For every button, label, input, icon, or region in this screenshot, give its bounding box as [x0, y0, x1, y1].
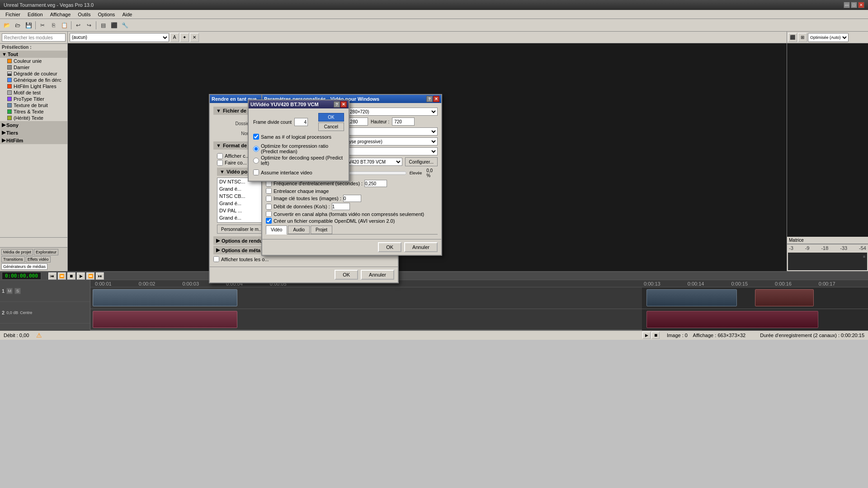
frame-divide-input[interactable] [294, 118, 308, 126]
params-dialog-buttons: ? ✕ [426, 96, 439, 102]
utvideo-content: Frame divide count OK Cancel Same as # o… [249, 108, 349, 181]
item-label: Grand é... [219, 186, 241, 192]
optimize-decode-row: Optimize for decoding speed (Predict lef… [253, 155, 344, 166]
faire-label: Faire co... [225, 160, 247, 166]
afficher-all-row: Afficher toutes les o... [213, 256, 394, 262]
optimize-decode-label: Optimize for decoding speed (Predict lef… [261, 155, 344, 166]
optimize-compress-label: Optimize for compression ratio (Predict … [261, 143, 344, 154]
params-close-btn[interactable]: ✕ [433, 96, 439, 102]
faire-check[interactable] [217, 160, 223, 166]
utvideo-close-btn[interactable]: ✕ [340, 101, 347, 108]
debit-row: Débit de données (Ko/s) : [266, 203, 438, 210]
afficher-check[interactable] [217, 153, 223, 159]
item-label: DV NTSC... [219, 179, 245, 184]
tab-audio[interactable]: Audio [288, 225, 310, 234]
utvideo-titlebar: UtVidéo YUV420 BT.709 VCM ? ✕ [249, 100, 349, 108]
image-cle-row: Image clé toutes les (images) : [266, 195, 438, 202]
frame-divide-label: Frame divide count [253, 120, 292, 125]
item-label: NTSC CB... [219, 193, 245, 199]
section-expand: ▼ [216, 108, 221, 113]
utvideo-action-btns: OK Cancel [318, 113, 344, 131]
opendml-check[interactable] [266, 218, 272, 224]
utvideo-help-btn[interactable]: ? [334, 101, 340, 108]
utvideo-buttons: ? ✕ [334, 101, 347, 108]
params-ok-btn[interactable]: OK [378, 242, 401, 252]
hauteur-input[interactable] [392, 117, 415, 126]
utvideo-ok-btn[interactable]: OK [318, 113, 344, 122]
same-as-label: Same as # of logical processors [261, 134, 331, 140]
afficher-all-label: Afficher toutes les o... [221, 257, 269, 262]
frame-divide-row: Frame divide count OK Cancel [253, 113, 344, 131]
debit-label: Débit de données (Ko/s) : [274, 204, 330, 209]
debit-input[interactable] [332, 203, 350, 210]
image-cle-label: Image clé toutes les (images) : [274, 196, 341, 201]
same-as-row: Same as # of logical processors [253, 134, 344, 140]
item-label: NTSC S... [219, 222, 242, 223]
dialog-overlay: Rendre en tant que... ? ✕ ▼ Fichier de s… [0, 0, 868, 488]
section-expand: ▶ [216, 238, 220, 244]
convertir-label: Convertir en canal alpha (formats vidéo … [274, 211, 424, 217]
params-tabs: Vidéo Audio Projet [266, 225, 438, 235]
opendml-row: Créer un fichier compatible OpenDML (AVI… [266, 218, 438, 224]
section-label: Options de rendu [222, 238, 263, 244]
tab-video[interactable]: Vidéo [266, 225, 287, 235]
utvideo-title: UtVidéo YUV420 BT.709 VCM [250, 102, 319, 107]
tab-projet[interactable]: Projet [311, 225, 332, 234]
item-label: Grand é... [219, 215, 241, 221]
render-footer: OK Annuler [210, 267, 398, 282]
optimize-decode-radio[interactable] [253, 158, 259, 164]
image-cle-check[interactable] [266, 196, 272, 202]
params-help-btn[interactable]: ? [426, 96, 433, 102]
debit-check[interactable] [266, 204, 272, 210]
hauteur-label: Hauteur : [371, 119, 389, 124]
optimize-options: Optimize for compression ratio (Predict … [253, 143, 344, 166]
assume-interlace-row: Assume interlace video [253, 169, 344, 175]
qualite-elevee: Élevée [410, 171, 422, 175]
section-expand: ▼ [216, 143, 221, 148]
section-label: Options de méta [222, 248, 260, 253]
section-expand: ▼ [220, 169, 225, 174]
utvideo-dialog: UtVidéo YUV420 BT.709 VCM ? ✕ Frame divi… [248, 99, 349, 182]
params-annuler-btn[interactable]: Annuler [404, 242, 438, 252]
section-expand: ▶ [216, 247, 220, 253]
optimize-compress-radio[interactable] [253, 146, 259, 152]
optimize-compress-row: Optimize for compression ratio (Predict … [253, 143, 344, 154]
afficher-label: Afficher c... [225, 153, 250, 159]
opendml-label: Créer un fichier compatible OpenDML (AVI… [274, 218, 395, 224]
assume-interlace-label: Assume interlace video [261, 170, 312, 175]
entrelacer-row: Entrelacer chaque image [266, 188, 438, 194]
item-label: Grand é... [219, 201, 241, 206]
afficher-all-check[interactable] [213, 256, 219, 262]
convertir-row: Convertir en canal alpha (formats vidéo … [266, 211, 438, 217]
same-as-check[interactable] [253, 134, 259, 140]
entrelacer-label: Entrelacer chaque image [274, 188, 329, 194]
utvideo-cancel-btn[interactable]: Cancel [318, 122, 344, 131]
image-cle-input[interactable] [343, 195, 361, 202]
freq-entrelacement-input[interactable] [364, 180, 387, 187]
render-ok-btn[interactable]: OK [335, 270, 358, 280]
entrelacer-check[interactable] [266, 188, 272, 194]
params-footer: OK Annuler [262, 239, 441, 255]
item-label: DV PAL ... [219, 208, 242, 213]
assume-interlace-check[interactable] [253, 169, 259, 175]
convertir-check[interactable] [266, 211, 272, 217]
configurer-btn[interactable]: Configurer... [405, 157, 438, 166]
render-annuler-btn[interactable]: Annuler [361, 270, 394, 280]
qualite-pct: 0,0 % [426, 168, 438, 178]
